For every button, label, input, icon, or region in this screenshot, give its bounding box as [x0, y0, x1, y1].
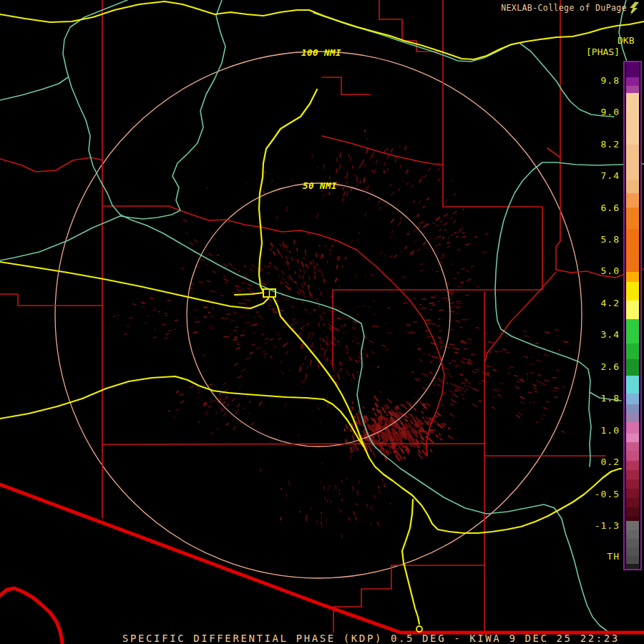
phase-label: [PHAS]: [586, 47, 620, 57]
border-lines: [0, 484, 644, 643]
colorbar-segment: [626, 556, 639, 564]
highway-lines: [0, 1, 644, 624]
county-boundaries: [0, 0, 644, 633]
colorbar-segment: [626, 547, 639, 556]
colorbar-segment: [626, 434, 639, 442]
colorbar-tick-label: 5.0: [572, 265, 620, 276]
colorbar-tick-label: -0.5: [572, 489, 620, 499]
colorbar-segment: [626, 451, 639, 461]
colorbar-tick-label: -1.3: [572, 520, 620, 531]
colorbar-segment: [626, 282, 639, 301]
colorbar-segment: [626, 93, 639, 109]
colorbar-tick-label: 1.0: [572, 425, 620, 436]
colorbar-segment: [626, 461, 639, 470]
colorbar-tick-label: 5.8: [572, 234, 620, 245]
colorbar-segment: [626, 479, 639, 489]
colorbar-tick-label: 3.4: [572, 329, 620, 340]
colorbar-tick-label: 7.4: [572, 170, 620, 181]
page-title: NEXLAB-College of DuPage: [501, 3, 627, 13]
colorbar-segment: [626, 489, 639, 498]
lightning-icon: [628, 1, 642, 16]
colorbar-segment: [626, 145, 639, 180]
colorbar-segment: [626, 470, 639, 479]
colorbar-segment: [626, 77, 639, 86]
colorbar-tick-label: 2.6: [572, 361, 620, 372]
status-bar: SPECIFIC DIFFERENTIAL PHASE (KDP) 0.5 DE…: [122, 633, 620, 644]
colorbar-segment: [626, 376, 639, 394]
colorbar-tick-label: 9.8: [572, 75, 620, 86]
colorbar-segment: [626, 180, 639, 193]
unit-label: DKB: [618, 35, 634, 46]
colorbar-tick-label: 6.6: [572, 203, 620, 213]
colorbar-tick-label: 4.2: [572, 298, 620, 308]
colorbar-segment: [626, 521, 639, 530]
range-ring-label: 100 NMI: [287, 47, 356, 58]
colorbar-segment: [626, 530, 639, 539]
colorbar-segment: [626, 62, 639, 77]
colorbar-tick-label: 9.0: [572, 107, 620, 117]
radar-display: NEXLAB-College of DuPage DKB [PHAS] 9.89…: [0, 0, 644, 644]
colorbar-segment: [626, 193, 639, 208]
colorbar-tick-label: TH: [572, 551, 620, 562]
radar-map: [0, 0, 644, 644]
colorbar-segment: [626, 301, 639, 319]
river-lines: [0, 0, 644, 632]
colorbar-segment: [626, 539, 639, 547]
colorbar-segment: [626, 359, 639, 376]
colorbar-segment: [626, 404, 639, 414]
colorbar-tick-label: 1.8: [572, 393, 620, 404]
range-ring-label: 50 NMI: [286, 180, 354, 191]
colorbar-segment: [626, 319, 639, 343]
colorbar-segment: [626, 343, 639, 359]
colorbar-segment: [626, 208, 639, 229]
colorbar-segment: [626, 86, 639, 93]
colorbar-segment: [626, 109, 639, 145]
colorbar-tick-label: 8.2: [572, 139, 620, 150]
colorbar-segment: [626, 272, 639, 282]
colorbar-tick-label: 0.2: [572, 457, 620, 467]
colorbar-segment: [626, 507, 639, 517]
color-scale-bar: [623, 61, 642, 570]
colorbar-segment: [626, 229, 639, 272]
colorbar-segment: [626, 414, 639, 422]
colorbar-segment: [626, 422, 639, 434]
colorbar-segment: [626, 498, 639, 507]
colorbar-segment: [626, 394, 639, 404]
colorbar-segment: [626, 564, 639, 569]
range-rings: [55, 52, 582, 578]
colorbar-segment: [626, 442, 639, 451]
